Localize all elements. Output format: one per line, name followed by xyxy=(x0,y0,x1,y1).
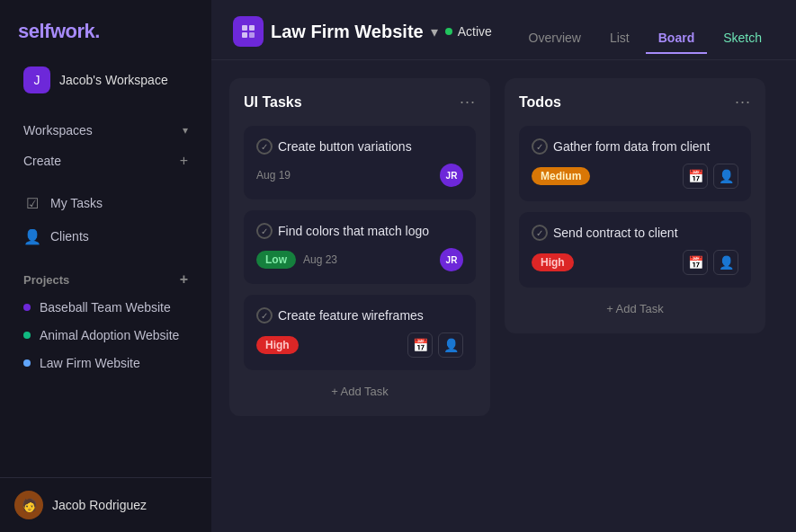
nav-items: ☑ My Tasks 👤 Clients xyxy=(0,182,211,257)
workspaces-label: Workspaces xyxy=(23,123,93,137)
logo-dot: . xyxy=(94,20,100,42)
add-task-button[interactable]: + Add Task xyxy=(519,298,751,319)
svg-rect-1 xyxy=(249,25,255,31)
card-footer: Low Aug 23 JR xyxy=(256,248,463,271)
sidebar-item-animal[interactable]: Animal Adoption Website xyxy=(14,322,197,349)
user-icon[interactable]: 👤 xyxy=(713,164,738,189)
clients-label: Clients xyxy=(50,229,89,244)
page-header: Law Firm Website ▾ Active Overview List … xyxy=(211,0,796,60)
clients-icon: 👤 xyxy=(23,227,41,245)
card-footer: High 📅 👤 xyxy=(532,250,738,275)
project-dot-animal xyxy=(23,332,31,339)
card-title: ✓ Create feature wireframes xyxy=(256,307,463,324)
user-name: Jacob Rodriguez xyxy=(52,498,147,512)
app-logo: selfwork. xyxy=(0,0,211,58)
more-icon[interactable]: ··· xyxy=(735,93,751,111)
card-text: Create button variations xyxy=(278,139,412,154)
main-content: Law Firm Website ▾ Active Overview List … xyxy=(211,0,796,532)
avatar: JR xyxy=(440,248,463,271)
card-meta: Low Aug 23 xyxy=(256,251,337,269)
user-icon[interactable]: 👤 xyxy=(713,250,738,275)
priority-badge: High xyxy=(256,336,299,354)
plus-icon: + xyxy=(180,153,188,169)
card-title: ✓ Send contract to client xyxy=(532,225,738,241)
projects-label: Projects xyxy=(23,273,69,287)
card-icons: 📅 👤 xyxy=(683,250,738,275)
project-dot-baseball xyxy=(23,304,31,311)
sidebar-item-baseball[interactable]: Baseball Team Website xyxy=(14,294,197,321)
status-label: Active xyxy=(458,24,492,39)
calendar-icon[interactable]: 📅 xyxy=(683,250,708,275)
sidebar-item-my-tasks[interactable]: ☑ My Tasks xyxy=(14,187,197,219)
card-text: Gather form data from client xyxy=(553,139,710,154)
user-profile[interactable]: 🧑 Jacob Rodriguez xyxy=(0,477,211,532)
workspace-avatar: J xyxy=(23,66,50,93)
priority-badge: Medium xyxy=(532,167,590,185)
nav-tabs: Overview List Board Sketch xyxy=(516,23,774,53)
create-label: Create xyxy=(23,154,61,168)
avatar: JR xyxy=(440,164,463,187)
card-date: Aug 23 xyxy=(303,253,337,266)
more-icon[interactable]: ··· xyxy=(460,93,476,111)
svg-rect-3 xyxy=(249,32,255,38)
check-icon[interactable]: ✓ xyxy=(532,138,548,155)
tab-sketch[interactable]: Sketch xyxy=(711,23,774,54)
logo-text: selfwork xyxy=(18,20,94,42)
project-icon-svg xyxy=(240,23,256,40)
user-icon[interactable]: 👤 xyxy=(438,332,463,358)
card-text: Find colors that match logo xyxy=(278,224,429,238)
add-project-icon[interactable]: + xyxy=(180,271,188,288)
status-badge: Active xyxy=(445,24,492,39)
calendar-icon[interactable]: 📅 xyxy=(683,164,708,189)
card-title: ✓ Gather form data from client xyxy=(532,138,738,155)
sidebar-item-law[interactable]: Law Firm Website xyxy=(14,350,197,377)
svg-rect-2 xyxy=(242,32,247,38)
projects-section: Projects + Baseball Team Website Animal … xyxy=(0,257,211,381)
workspaces-row[interactable]: Workspaces ▾ xyxy=(14,116,197,145)
project-dropdown-icon[interactable]: ▾ xyxy=(431,23,438,40)
sidebar: selfwork. J Jacob's Workspace Workspaces… xyxy=(0,0,211,532)
project-title-area: Law Firm Website ▾ Active xyxy=(233,16,492,47)
active-dot xyxy=(445,28,452,35)
my-tasks-label: My Tasks xyxy=(50,196,103,210)
column-header-ui-tasks: UI Tasks ··· xyxy=(244,93,476,111)
card-title: ✓ Create button variations xyxy=(256,138,463,155)
project-animal-label: Animal Adoption Website xyxy=(40,328,179,342)
create-row[interactable]: Create + xyxy=(14,146,197,176)
project-icon xyxy=(233,16,264,47)
card-title: ✓ Find colors that match logo xyxy=(256,223,463,239)
card-icons: 📅 👤 xyxy=(407,332,463,358)
project-baseball-label: Baseball Team Website xyxy=(40,300,171,315)
table-row: ✓ Send contract to client High 📅 👤 xyxy=(519,212,751,288)
check-icon[interactable]: ✓ xyxy=(532,225,548,241)
card-text: Send contract to client xyxy=(553,226,678,240)
calendar-icon[interactable]: 📅 xyxy=(407,332,433,358)
tab-board[interactable]: Board xyxy=(646,23,707,54)
check-icon[interactable]: ✓ xyxy=(256,307,273,324)
tab-overview[interactable]: Overview xyxy=(516,23,594,54)
sidebar-item-clients[interactable]: 👤 Clients xyxy=(14,220,197,253)
tasks-icon: ☑ xyxy=(23,194,41,212)
check-icon[interactable]: ✓ xyxy=(256,223,273,239)
column-title: Todos xyxy=(519,94,561,111)
tab-list[interactable]: List xyxy=(597,23,642,54)
workspace-selector[interactable]: J Jacob's Workspace xyxy=(9,58,202,102)
check-icon[interactable]: ✓ xyxy=(256,138,273,155)
project-dot-law xyxy=(23,359,31,367)
project-law-label: Law Firm Website xyxy=(40,356,140,370)
board: UI Tasks ··· ✓ Create button variations … xyxy=(211,60,796,532)
column-title: UI Tasks xyxy=(244,94,302,111)
column-todos: Todos ··· ✓ Gather form data from client… xyxy=(505,78,765,333)
table-row: ✓ Create button variations Aug 19 JR xyxy=(244,126,476,200)
card-text: Create feature wireframes xyxy=(278,308,424,323)
add-task-button[interactable]: + Add Task xyxy=(244,381,476,402)
page-title: Law Firm Website xyxy=(271,22,424,42)
svg-rect-0 xyxy=(242,25,247,31)
column-ui-tasks: UI Tasks ··· ✓ Create button variations … xyxy=(229,78,490,416)
card-date: Aug 19 xyxy=(256,169,291,182)
chevron-down-icon: ▾ xyxy=(183,124,188,137)
card-icons: 📅 👤 xyxy=(683,164,738,189)
projects-header: Projects + xyxy=(14,261,197,293)
priority-badge: Low xyxy=(256,251,296,269)
card-footer: Aug 19 JR xyxy=(256,164,463,187)
